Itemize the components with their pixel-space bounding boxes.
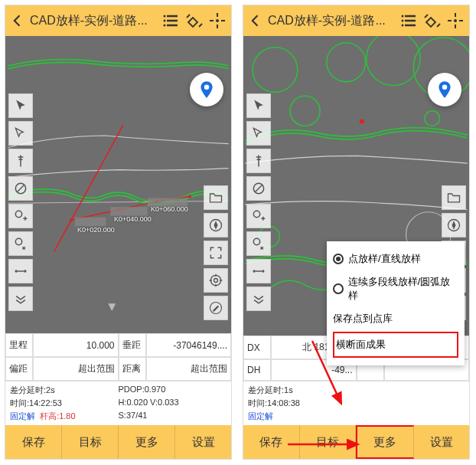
pointer-tool-icon[interactable] [8,93,33,118]
screen-left: CAD放样-实例-道路... [5,5,232,460]
fullscreen-icon[interactable] [204,241,228,265]
crosshair-icon[interactable] [208,11,227,30]
svg-point-37 [442,85,448,90]
folder-icon[interactable] [204,185,228,210]
erase-point-icon[interactable] [8,231,33,256]
back-button[interactable] [248,13,263,28]
edit-pen-icon[interactable] [204,296,228,320]
svg-point-5 [70,219,73,222]
status-row: 差分延时:1s 时间:14:08:38 固定解 [243,381,469,425]
left-tool-column [246,93,271,311]
back-button[interactable] [10,13,25,28]
survey-pole-icon[interactable] [246,149,271,173]
collapse-down-icon[interactable] [246,287,271,311]
disable-circle-icon[interactable] [8,176,33,201]
status-satcount: S:37/41 [119,411,227,422]
svg-point-1 [164,20,166,22]
svg-point-30 [367,36,420,86]
svg-point-43 [262,270,264,272]
header: CAD放样-实例-道路... [5,5,231,36]
svg-point-33 [425,111,440,126]
erase-point-icon[interactable] [246,231,271,256]
more-menu-popup: 点放样/直线放样 连续多段线放样/圆弧放样 保存点到点库 横断面成果 [327,241,465,365]
select-tool-icon[interactable] [246,121,271,146]
label-dx: DX [243,336,271,359]
more-button[interactable]: 更多 [119,425,175,459]
stake-label: K0+060.000 [151,205,188,213]
label-distance: 距离 [119,357,146,381]
status-pole-height: 杆高:1.80 [40,411,75,421]
locate-button[interactable] [428,73,461,106]
svg-point-16 [15,238,21,244]
target-button[interactable]: 目标 [62,425,119,459]
svg-point-42 [253,270,256,272]
survey-pole-icon[interactable] [8,149,33,173]
status-hv: H:0.020 V:0.033 [119,398,227,409]
svg-point-36 [360,120,364,124]
svg-rect-9 [75,218,106,227]
svg-point-22 [214,279,218,283]
svg-line-14 [17,185,24,192]
bottom-button-bar: 保存 目标 更多 设置 [5,425,231,459]
crosshair-icon[interactable] [446,11,465,30]
settings-button[interactable]: 设置 [414,425,470,459]
menu-option-polyline-arc[interactable]: 连续多段线放样/圆弧放样 [331,270,460,307]
status-pdop: PDOP:0.970 [119,385,227,396]
svg-point-32 [290,96,320,126]
status-time: 时间:14:08:38 [248,398,357,409]
status-diff-delay: 差分延时:2s [10,385,119,396]
more-button[interactable]: 更多 [356,425,414,459]
target-icon[interactable] [204,268,228,293]
svg-point-40 [253,211,259,217]
save-button[interactable]: 保存 [5,425,62,459]
radio-unselected-icon [333,283,344,294]
value-distance: 超出范围 [146,357,232,381]
folder-icon[interactable] [442,185,466,210]
settings-button[interactable]: 设置 [175,425,231,459]
menu-list-icon[interactable] [400,11,419,30]
satellite-icon[interactable] [423,11,442,30]
disable-circle-icon[interactable] [246,176,271,201]
status-fix: 固定解 [10,411,35,421]
save-button[interactable]: 保存 [243,425,300,459]
svg-point-41 [253,238,259,244]
locate-button[interactable] [190,73,223,106]
svg-rect-10 [110,207,148,216]
svg-point-25 [402,20,404,22]
svg-point-27 [454,19,457,22]
segment-line-icon[interactable] [8,259,33,283]
label-mileage: 里程 [5,333,33,357]
header: CAD放样-实例-道路... [243,5,469,36]
collapse-down-icon[interactable] [8,287,33,311]
compass-icon[interactable] [204,213,228,237]
menu-option-save-to-lib[interactable]: 保存点到点库 [331,307,460,330]
screen-right: CAD放样-实例-道路... [243,5,470,460]
add-point-icon[interactable] [246,204,271,228]
menu-option-cross-section[interactable]: 横断面成果 [333,332,458,358]
svg-point-18 [24,270,26,272]
svg-point-28 [253,47,298,93]
value-perp: -37046149.... [146,333,232,357]
select-tool-icon[interactable] [8,121,33,146]
svg-point-21 [210,275,220,285]
info-grid: 里程 10.000 垂距 -37046149.... 偏距 超出范围 距离 超出… [5,333,231,381]
svg-point-12 [204,85,210,90]
compass-icon[interactable] [442,213,466,237]
menu-list-icon[interactable] [162,11,181,30]
svg-point-29 [327,43,366,82]
satellite-icon[interactable] [185,11,204,30]
stake-label: K0+020.000 [77,226,115,234]
pointer-tool-icon[interactable] [246,93,271,118]
status-fix: 固定解 [248,411,357,422]
left-tool-column [8,93,33,311]
add-point-icon[interactable] [8,204,33,228]
stake-label: K0+040.000 [114,215,152,223]
menu-option-point-line[interactable]: 点放样/直线放样 [331,247,460,270]
map-view[interactable]: K0+020.000 K0+040.000 K0+060.000 [5,36,231,333]
svg-point-8 [188,195,191,198]
page-title: CAD放样-实例-道路... [268,13,396,29]
segment-line-icon[interactable] [246,259,271,283]
svg-point-3 [216,19,219,22]
target-button[interactable]: 目标 [300,425,357,459]
svg-point-26 [402,25,404,27]
